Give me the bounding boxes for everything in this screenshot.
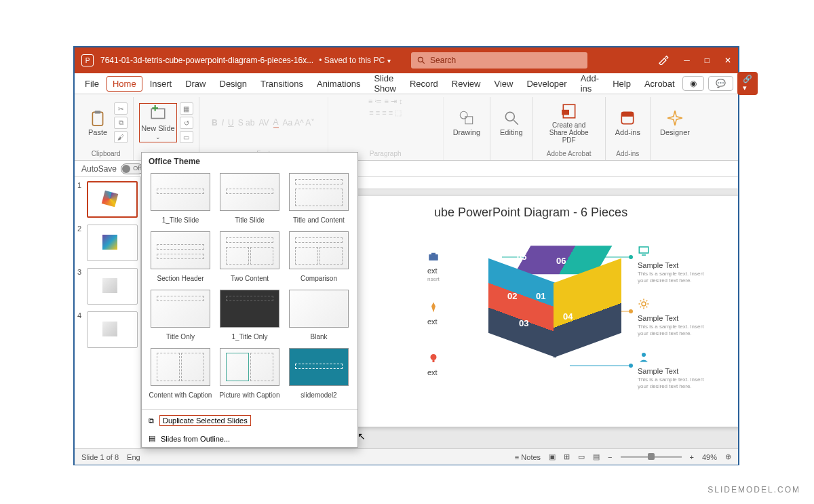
user-icon <box>638 351 650 363</box>
save-status: • Saved to this PC <box>319 56 385 65</box>
language-status[interactable]: Eng <box>127 453 140 461</box>
svg-point-24 <box>629 309 633 313</box>
status-bar: Slide 1 of 8 Eng ≡ Notes ▣ ⊞ ▭ ▤ − + 49%… <box>75 448 738 465</box>
copy-button[interactable]: ⧉ <box>114 117 128 129</box>
layout-option[interactable]: 1_Title Slide <box>149 173 212 227</box>
designer-button[interactable]: Designer <box>656 106 694 139</box>
format-painter-button[interactable]: 🖌 <box>114 131 128 143</box>
normal-view-button[interactable]: ▣ <box>549 452 556 461</box>
slides-from-outline[interactable]: ▤ Slides from Outline... <box>142 430 357 447</box>
svg-rect-14 <box>622 112 634 117</box>
title-bar: P 7641-01-3d-tetris-cube-powerpoint-diag… <box>75 47 738 73</box>
drawing-button[interactable]: Drawing <box>449 106 484 139</box>
ribbon: Paste ✂ ⧉ 🖌 Clipboard New Slide ⌄ ▦ ↺ <box>75 94 738 161</box>
duplicate-icon: ⧉ <box>149 416 154 425</box>
menu-review[interactable]: Review <box>446 75 487 92</box>
reading-view-button[interactable]: ▭ <box>578 452 585 461</box>
new-slide-button[interactable]: New Slide ⌄ <box>139 103 177 142</box>
menu-developer[interactable]: Developer <box>520 75 573 92</box>
designer-icon <box>666 109 684 127</box>
menu-acrobat[interactable]: Acrobat <box>638 75 681 92</box>
layout-option[interactable]: Comparison <box>287 231 351 286</box>
new-slide-layout-gallery: Office Theme 1_Title Slide Title Slide T… <box>141 152 358 448</box>
monitor-icon <box>638 245 650 257</box>
section-button[interactable]: ▭ <box>180 131 193 143</box>
watermark: SLIDEMODEL.COM <box>708 485 800 495</box>
svg-rect-16 <box>431 253 435 255</box>
cursor-icon: ↖ <box>357 431 366 442</box>
sorter-view-button[interactable]: ⊞ <box>564 452 570 461</box>
menu-record[interactable]: Record <box>404 75 444 92</box>
svg-point-7 <box>460 111 467 119</box>
briefcase-icon <box>427 250 440 263</box>
menu-bar: File Home Insert Draw Design Transitions… <box>75 73 738 94</box>
menu-home[interactable]: Home <box>106 76 142 92</box>
ink-icon[interactable] <box>658 54 669 67</box>
layout-option[interactable]: slidemodel2 <box>287 348 351 402</box>
zoom-slider[interactable] <box>621 456 682 458</box>
layout-option[interactable]: Title and Content <box>287 173 351 227</box>
slide-thumbnail-1[interactable]: 1 <box>77 181 138 218</box>
pdf-icon <box>560 102 578 120</box>
layout-option[interactable]: Title Slide <box>218 173 282 227</box>
slide-thumbnail-4[interactable]: 4 <box>77 311 138 348</box>
zoom-level[interactable]: 49% <box>702 453 717 461</box>
menu-draw[interactable]: Draw <box>179 75 212 92</box>
menu-addins[interactable]: Add-ins <box>575 70 605 97</box>
svg-point-23 <box>629 255 633 259</box>
title-dropdown-icon[interactable]: ▾ <box>387 57 391 64</box>
layout-option[interactable]: Title Only <box>149 290 212 344</box>
record-toolbar-button[interactable]: ◉ <box>682 76 704 91</box>
layout-option[interactable]: Section Header <box>149 231 212 286</box>
svg-rect-2 <box>92 112 102 125</box>
editing-button[interactable]: Editing <box>496 106 527 139</box>
share-button[interactable]: 🔗 ▾ <box>737 72 758 95</box>
adobe-pdf-button[interactable]: Create and Share Adobe PDF <box>539 100 600 147</box>
maximize-button[interactable]: □ <box>705 56 710 65</box>
tetris-cube-diagram: 05 06 02 01 03 04 <box>488 244 624 379</box>
svg-line-10 <box>513 120 518 125</box>
search-icon <box>416 56 426 65</box>
addins-icon <box>619 109 636 127</box>
notes-button[interactable]: ≡ Notes <box>515 453 541 461</box>
menu-transitions[interactable]: Transitions <box>254 75 309 92</box>
fit-button[interactable]: ⊕ <box>725 452 731 461</box>
document-title: 7641-01-3d-tetris-cube-powerpoint-diagra… <box>100 56 313 65</box>
clipboard-group-label: Clipboard <box>92 149 121 160</box>
slide-thumbnail-2[interactable]: 2 <box>77 225 138 261</box>
zoom-in-button[interactable]: + <box>690 453 694 461</box>
slide-thumbnail-panel[interactable]: 1 2 3 4 <box>75 177 141 448</box>
cut-button[interactable]: ✂ <box>114 102 128 115</box>
duplicate-selected-slides[interactable]: ⧉ Duplicate Selected Slides <box>142 411 357 430</box>
slide-thumbnail-3[interactable]: 3 <box>77 268 138 305</box>
svg-rect-19 <box>639 247 648 253</box>
menu-slideshow[interactable]: Slide Show <box>368 70 402 97</box>
svg-point-25 <box>629 364 633 368</box>
shapes-icon <box>458 109 476 127</box>
autosave-toggle[interactable]: Off <box>121 163 144 174</box>
search-input[interactable]: Search <box>411 52 587 69</box>
paste-button[interactable]: Paste <box>84 106 111 139</box>
layout-option[interactable]: Picture with Caption <box>218 348 282 402</box>
layout-button[interactable]: ▦ <box>180 102 193 115</box>
zoom-out-button[interactable]: − <box>608 453 612 461</box>
menu-view[interactable]: View <box>488 75 519 92</box>
layout-option[interactable]: Blank <box>287 290 351 344</box>
minimize-button[interactable]: ─ <box>684 56 690 65</box>
menu-animations[interactable]: Animations <box>311 75 366 92</box>
layout-option[interactable]: Content with Caption <box>149 348 212 402</box>
close-button[interactable]: ✕ <box>724 56 731 65</box>
svg-line-1 <box>423 62 425 64</box>
slideshow-view-button[interactable]: ▤ <box>593 452 600 461</box>
outline-icon: ▤ <box>149 434 155 443</box>
layout-option[interactable]: Two Content <box>218 231 282 286</box>
addins-button[interactable]: Add-ins <box>611 106 644 139</box>
menu-insert[interactable]: Insert <box>144 75 178 92</box>
layout-option[interactable]: 1_Title Only <box>218 290 282 344</box>
menu-file[interactable]: File <box>79 75 105 92</box>
menu-help[interactable]: Help <box>606 75 637 92</box>
comments-button[interactable]: 💬 <box>708 76 733 91</box>
svg-point-9 <box>505 112 514 121</box>
menu-design[interactable]: Design <box>214 75 253 92</box>
reset-button[interactable]: ↺ <box>180 117 193 129</box>
